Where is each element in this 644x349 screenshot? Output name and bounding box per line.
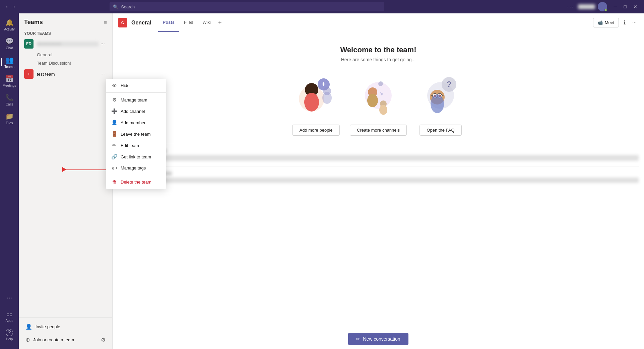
- forward-button[interactable]: ›: [11, 2, 17, 11]
- context-add-member[interactable]: 👤 Add member: [106, 117, 166, 128]
- presence-dot: [604, 9, 607, 11]
- chat-label: Chat: [6, 46, 13, 50]
- nav-item-help[interactable]: ? Help: [1, 326, 17, 344]
- channel-team-discussion[interactable]: Team Discussion!: [19, 59, 112, 67]
- edit-icon: ✏: [111, 142, 117, 148]
- add-member-icon: 👤: [111, 120, 117, 126]
- add-channel-label: Add channel: [121, 109, 145, 114]
- nav-item-files[interactable]: 📁 Files: [1, 110, 17, 127]
- svg-point-2: [304, 93, 319, 112]
- back-button[interactable]: ‹: [4, 2, 10, 11]
- nav-item-activity[interactable]: 🔔 Activity: [1, 16, 17, 33]
- nav-item-calls[interactable]: 📞 Calls: [1, 91, 17, 109]
- titlebar: ‹ › 🔍 ··· •••••••••••• ─ □ ✕: [0, 0, 644, 13]
- post-reply-2[interactable]: 1 reply: [130, 184, 639, 189]
- context-menu: 👁 Hide ⚙ Manage team ➕ Add channel 👤 Add…: [106, 79, 166, 189]
- channel-tabs: Posts Files Wiki +: [158, 13, 224, 32]
- filter-icon[interactable]: ≡: [104, 19, 107, 25]
- welcome-card-faq: ? Open the FAQ: [412, 70, 469, 136]
- avatar[interactable]: [598, 2, 607, 11]
- nav-item-chat[interactable]: 💬 Chat: [1, 35, 17, 52]
- faq-illustration: ?: [412, 70, 469, 121]
- edit-label: Edit team: [121, 143, 139, 148]
- minimize-button[interactable]: ─: [611, 3, 620, 11]
- delete-icon: 🗑: [111, 179, 117, 185]
- svg-point-25: [431, 94, 444, 113]
- team-item-2[interactable]: T test team ···: [19, 67, 112, 81]
- get-link-label: Get link to team: [121, 154, 151, 159]
- post-text-1: Hi: [135, 155, 639, 161]
- welcome-title: Welcome to the team!: [340, 46, 416, 54]
- your-teams-label: Your teams: [19, 28, 112, 37]
- open-faq-btn[interactable]: Open the FAQ: [420, 125, 461, 136]
- tags-icon: 🏷: [111, 165, 117, 171]
- context-leave[interactable]: 🚪 Leave the team: [106, 128, 166, 140]
- post-sub-text-2: Hello: [130, 178, 639, 183]
- meetings-icon: 📅: [5, 75, 14, 83]
- join-icon: ⊕: [25, 337, 30, 343]
- sidebar-bottom: 👤 Invite people ⊕ Join or create a team …: [19, 317, 112, 349]
- context-manage[interactable]: ⚙ Manage team: [106, 94, 166, 106]
- main-content: G General Posts Files Wiki + 📹 Meet ℹ ··…: [113, 13, 644, 349]
- tab-wiki[interactable]: Wiki: [198, 13, 215, 32]
- teams-icon: 👥: [5, 56, 14, 64]
- svg-point-9: [367, 94, 378, 107]
- invite-label: Invite people: [36, 324, 60, 329]
- close-button[interactable]: ✕: [631, 3, 640, 11]
- create-channels-btn[interactable]: Create more channels: [350, 125, 407, 136]
- maximize-button[interactable]: □: [621, 3, 629, 11]
- meet-icon: 📹: [597, 20, 603, 25]
- nav-bottom: ··· ⚏ Apps ? Help: [1, 289, 17, 346]
- team-item-1[interactable]: FD •••••••••••••••• ···: [19, 37, 112, 51]
- team-avatar-2: T: [24, 69, 34, 79]
- apps-icon: ⚏: [6, 310, 12, 318]
- invite-people-btn[interactable]: 👤 Invite people: [24, 322, 107, 332]
- post-content-1: •••••••••• 11:11 Hi: [135, 148, 639, 162]
- leave-label: Leave the team: [121, 132, 151, 137]
- welcome-card-people: + Add more people: [287, 70, 344, 136]
- join-create-team-btn[interactable]: ⊕ Join or create a team ⚙: [24, 335, 107, 345]
- meet-button[interactable]: 📹 Meet: [593, 18, 619, 27]
- context-delete[interactable]: 🗑 Delete the team: [106, 177, 166, 188]
- svg-text:+: +: [322, 80, 326, 88]
- add-channel-icon: ➕: [111, 108, 117, 114]
- more-options-icon[interactable]: ···: [567, 3, 574, 10]
- nav-item-meetings[interactable]: 📅 Meetings: [1, 72, 17, 90]
- svg-point-13: [379, 105, 387, 115]
- nav-item-more[interactable]: ···: [1, 289, 17, 306]
- add-tab-btn[interactable]: +: [215, 13, 224, 32]
- join-label: Join or create a team: [33, 337, 74, 342]
- channel-general[interactable]: General: [19, 51, 112, 59]
- search-input[interactable]: [121, 4, 381, 9]
- more-icon: ···: [7, 294, 12, 301]
- welcome-subtitle: Here are some things to get going...: [341, 57, 416, 62]
- tab-files[interactable]: Files: [179, 13, 198, 32]
- posts-area[interactable]: SD •••••••••• 11:11 Hi ••: [113, 144, 644, 329]
- add-member-label: Add member: [121, 120, 145, 125]
- info-icon[interactable]: ℹ: [622, 17, 628, 28]
- channel-header: G General Posts Files Wiki + 📹 Meet ℹ ··…: [113, 13, 644, 32]
- apps-label: Apps: [6, 319, 13, 323]
- settings-icon[interactable]: ⚙: [101, 337, 106, 343]
- titlebar-search-box[interactable]: 🔍: [110, 2, 384, 11]
- more-header-icon[interactable]: ···: [630, 18, 639, 28]
- tab-posts[interactable]: Posts: [158, 13, 179, 32]
- post-item-2: •• Guest Talker 11:11 Hello 1 reply: [118, 166, 639, 193]
- context-manage-tags[interactable]: 🏷 Manage tags: [106, 162, 166, 173]
- nav-item-apps[interactable]: ⚏ Apps: [1, 307, 17, 325]
- manage-label: Manage team: [121, 97, 147, 102]
- context-get-link[interactable]: 🔗 Get link to team: [106, 151, 166, 162]
- teams-label: Teams: [4, 65, 14, 69]
- sidebar-header: Teams ≡: [19, 13, 112, 28]
- nav-item-teams[interactable]: 👥 Teams: [1, 54, 17, 71]
- add-people-btn[interactable]: Add more people: [292, 125, 339, 136]
- context-hide[interactable]: 👁 Hide: [106, 80, 166, 91]
- svg-text:?: ?: [447, 80, 452, 89]
- new-conversation-button[interactable]: ✏ New conversation: [348, 333, 408, 345]
- team-more-2[interactable]: ···: [99, 70, 107, 78]
- team-more-1[interactable]: ···: [99, 40, 107, 48]
- context-add-channel[interactable]: ➕ Add channel: [106, 106, 166, 117]
- username-label: ••••••••••••: [578, 4, 595, 9]
- channel-header-right: 📹 Meet ℹ ···: [593, 17, 639, 28]
- context-edit[interactable]: ✏ Edit team: [106, 140, 166, 151]
